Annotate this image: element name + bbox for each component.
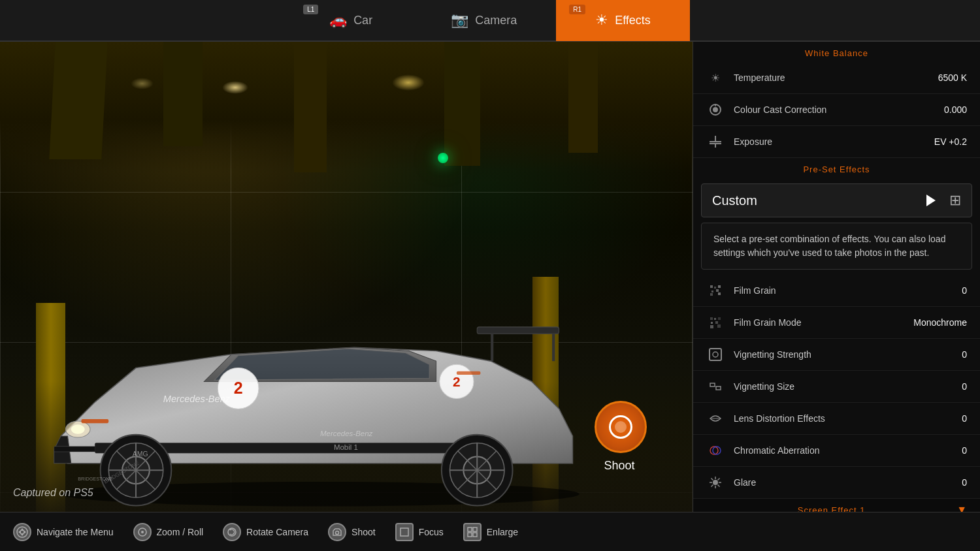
screen-effect-label: Screen Effect 1 [706, 505, 956, 512]
navigate-action[interactable]: Navigate the Menu [13, 523, 114, 541]
zoom-action[interactable]: Zoom / Roll [133, 523, 204, 541]
shoot-bottom-label: Shoot [351, 527, 376, 537]
svg-rect-49 [718, 317, 721, 320]
shoot-button-icon [609, 415, 632, 439]
film-grain-mode-label: Film Grain Mode [734, 317, 913, 328]
colour-cast-label: Colour Cast Correction [734, 104, 944, 115]
zoom-badge [133, 523, 152, 541]
svg-rect-96 [473, 533, 477, 537]
vignetting-strength-value: 0 [962, 349, 967, 360]
lens-distortion-row[interactable]: Lens Distortion Effects 0 [693, 403, 980, 435]
svg-rect-57 [716, 386, 721, 390]
tooltip: Select a pre-set combination of effects.… [701, 223, 972, 270]
svg-rect-39 [715, 143, 716, 148]
nav-tabs: L1 🚗 Car 📷 Camera R1 ☀ Effects [290, 0, 690, 41]
svg-rect-54 [710, 349, 721, 360]
screen-effect-collapse[interactable]: ▼ [956, 504, 967, 512]
car-tab-label: Car [353, 14, 372, 27]
white-balance-header: White Balance [693, 42, 980, 62]
ceiling-light-2 [392, 74, 425, 91]
svg-rect-94 [473, 527, 477, 531]
svg-point-55 [713, 352, 718, 357]
svg-rect-50 [711, 322, 713, 324]
film-grain-row[interactable]: Film Grain 0 [693, 275, 980, 307]
svg-line-69 [711, 485, 713, 487]
tab-camera[interactable]: 📷 Camera [412, 0, 556, 41]
vignetting-strength-row[interactable]: Vignetting Strength 0 [693, 339, 980, 371]
lens-distortion-icon [706, 409, 725, 428]
captured-text: Captured on PS5 [13, 487, 93, 499]
focus-action[interactable]: Focus [395, 523, 444, 541]
svg-rect-51 [715, 321, 718, 324]
temperature-value: 6500 K [938, 72, 967, 83]
glare-label: Glare [734, 477, 962, 488]
colour-cast-row[interactable]: Colour Cast Correction 0.000 [693, 94, 980, 126]
l1-badge: L1 [303, 5, 318, 14]
exposure-value: EV +0.2 [934, 136, 967, 147]
beam-2 [163, 42, 203, 146]
svg-line-66 [711, 479, 713, 480]
shoot-badge [328, 523, 346, 541]
tab-car[interactable]: L1 🚗 Car [290, 0, 412, 41]
car-svg-container: 2 2 BRIDGESTONE [13, 238, 627, 512]
shoot-button[interactable] [595, 401, 647, 453]
svg-rect-92 [400, 528, 408, 536]
glare-row[interactable]: Glare 0 [693, 467, 980, 499]
svg-point-34 [713, 107, 718, 112]
svg-rect-0 [477, 327, 559, 334]
rotate-label: Rotate Camera [246, 527, 308, 537]
enlarge-label: Enlarge [487, 527, 518, 537]
chromatic-aberration-label: Chromatic Aberration [734, 445, 962, 456]
tab-effects[interactable]: R1 ☀ Effects [556, 0, 690, 41]
chromatic-aberration-icon [706, 441, 725, 460]
svg-rect-43 [711, 291, 713, 292]
film-grain-mode-value: Monochrome [913, 317, 967, 328]
car-photo: 2 2 BRIDGESTONE [0, 42, 693, 512]
beam-1 [49, 42, 107, 159]
screen-effect-header[interactable]: Screen Effect 1 ▼ [693, 499, 980, 512]
lens-distortion-label: Lens Distortion Effects [734, 413, 962, 424]
svg-rect-1 [491, 334, 493, 361]
vignetting-size-row[interactable]: Vignetting Size 0 [693, 371, 980, 403]
camera-tab-label: Camera [475, 14, 517, 27]
svg-rect-47 [710, 317, 713, 320]
enlarge-badge [463, 523, 482, 541]
glare-value: 0 [962, 477, 967, 488]
svg-rect-41 [714, 287, 716, 289]
svg-rect-52 [710, 325, 713, 328]
svg-text:Mercedes-Benz: Mercedes-Benz [163, 394, 231, 404]
chromatic-aberration-row[interactable]: Chromatic Aberration 0 [693, 435, 980, 467]
svg-text:AMG: AMG [133, 450, 148, 458]
beam-5 [568, 42, 598, 153]
temperature-icon: ☀ [706, 69, 725, 87]
shoot-action[interactable]: Shoot [328, 523, 376, 541]
traffic-light [438, 153, 448, 163]
preset-grid-icon[interactable]: ⊞ [949, 192, 961, 209]
enlarge-action[interactable]: Enlarge [463, 523, 518, 541]
colour-cast-icon [706, 101, 725, 119]
zoom-label: Zoom / Roll [157, 527, 204, 537]
svg-rect-48 [714, 318, 716, 320]
top-nav: L1 🚗 Car 📷 Camera R1 ☀ Effects [0, 0, 980, 42]
svg-rect-2 [552, 334, 555, 361]
focus-label: Focus [419, 527, 444, 537]
rotate-action[interactable]: Rotate Camera [223, 523, 308, 541]
preset-cursor [926, 195, 936, 206]
exposure-row[interactable]: Exposure EV +0.2 [693, 126, 980, 158]
rotate-badge [223, 523, 241, 541]
bottom-bar: Navigate the Menu Zoom / Roll Rotate Cam… [0, 512, 980, 551]
temperature-row[interactable]: ☀ Temperature 6500 K [693, 62, 980, 94]
svg-point-61 [713, 480, 718, 485]
vignetting-size-value: 0 [962, 381, 967, 392]
film-grain-mode-row[interactable]: Film Grain Mode Monochrome [693, 307, 980, 339]
preset-label: Custom [712, 193, 949, 208]
right-panel: White Balance ☀ Temperature 6500 K Colou… [693, 42, 980, 512]
film-grain-icon [706, 281, 725, 300]
effects-tab-label: Effects [615, 14, 651, 27]
svg-rect-44 [716, 289, 719, 292]
exposure-icon [706, 133, 725, 151]
focus-badge [395, 523, 414, 541]
lens-distortion-value: 0 [962, 413, 967, 424]
navigate-label: Navigate the Menu [37, 527, 114, 537]
preset-selector[interactable]: Custom ⊞ [701, 183, 972, 217]
